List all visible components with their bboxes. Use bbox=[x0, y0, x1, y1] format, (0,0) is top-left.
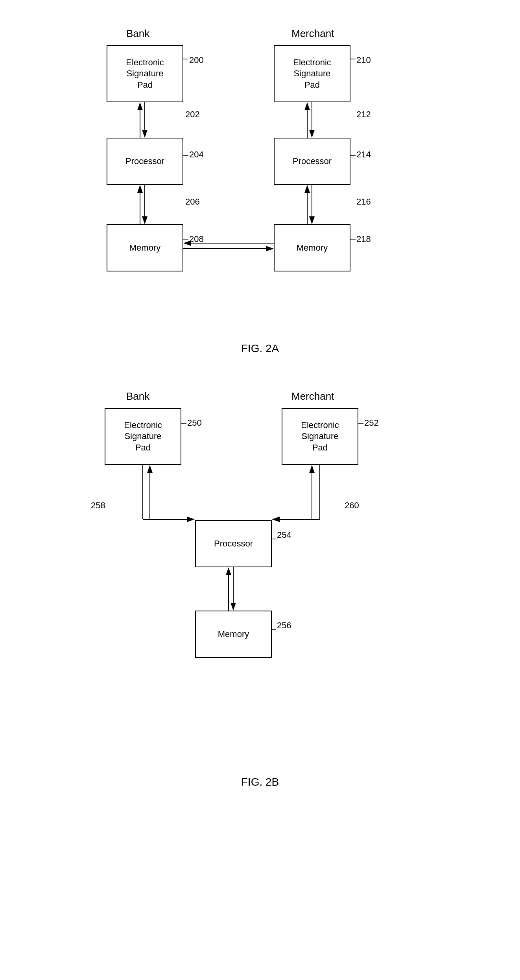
ref-260: 260 bbox=[345, 500, 359, 511]
ref-210: 210 bbox=[356, 55, 371, 65]
fig2a-label: FIG. 2A bbox=[83, 342, 437, 355]
proc-bank-box-2a: Processor bbox=[107, 138, 183, 185]
mem-box-2b: Memory bbox=[195, 611, 272, 658]
ref-216: 216 bbox=[356, 197, 371, 207]
fig2b-container: Bank Merchant ElectronicSignaturePad Ele… bbox=[83, 386, 437, 788]
ref-250: 250 bbox=[187, 418, 202, 428]
ref-212: 212 bbox=[356, 109, 371, 120]
ref-208: 208 bbox=[189, 234, 204, 244]
esp-bank-box-2b: ElectronicSignaturePad bbox=[105, 408, 181, 465]
ref-206: 206 bbox=[185, 197, 200, 207]
ref-218: 218 bbox=[356, 234, 371, 244]
merchant-label-2a: Merchant bbox=[291, 28, 334, 40]
esp-merchant-box-2b: ElectronicSignaturePad bbox=[282, 408, 358, 465]
esp-bank-box-2a: ElectronicSignaturePad bbox=[107, 45, 183, 102]
ref-254: 254 bbox=[277, 530, 291, 540]
esp-merchant-box-2a: ElectronicSignaturePad bbox=[274, 45, 350, 102]
fig2a-diagram: Bank Merchant ElectronicSignaturePad Ele… bbox=[83, 24, 437, 330]
bank-label-2b: Bank bbox=[126, 390, 149, 402]
ref-202: 202 bbox=[185, 109, 200, 120]
ref-200: 200 bbox=[189, 55, 204, 65]
mem-merchant-box-2a: Memory bbox=[274, 224, 350, 271]
fig2a-container: Bank Merchant ElectronicSignaturePad Ele… bbox=[83, 24, 437, 355]
ref-256: 256 bbox=[277, 620, 291, 631]
ref-258: 258 bbox=[91, 500, 105, 511]
fig2b-diagram: Bank Merchant ElectronicSignaturePad Ele… bbox=[83, 386, 437, 764]
ref-252: 252 bbox=[364, 418, 379, 428]
page: Bank Merchant ElectronicSignaturePad Ele… bbox=[0, 0, 520, 980]
proc-box-2b: Processor bbox=[195, 520, 272, 567]
bank-label-2a: Bank bbox=[126, 28, 149, 40]
ref-204: 204 bbox=[189, 149, 204, 160]
ref-214: 214 bbox=[356, 149, 371, 160]
merchant-label-2b: Merchant bbox=[291, 390, 334, 402]
proc-merchant-box-2a: Processor bbox=[274, 138, 350, 185]
mem-bank-box-2a: Memory bbox=[107, 224, 183, 271]
fig2b-label: FIG. 2B bbox=[83, 776, 437, 788]
